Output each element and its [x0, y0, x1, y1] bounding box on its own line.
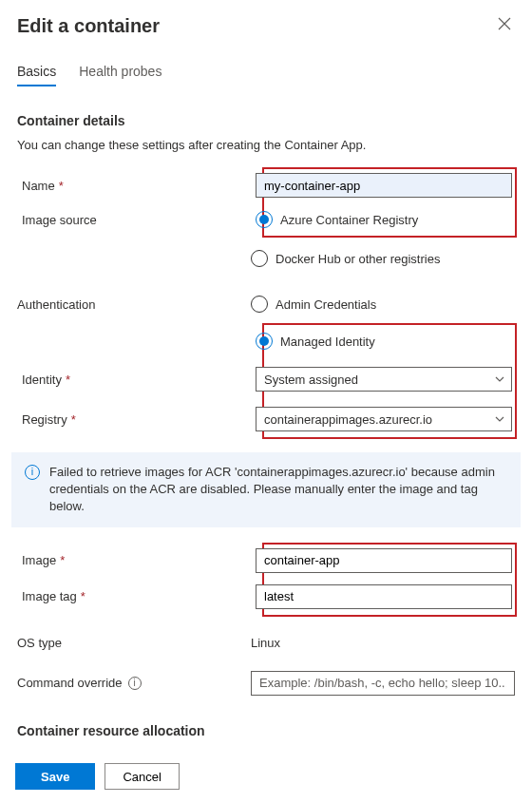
- image-tag-input[interactable]: [256, 584, 512, 609]
- close-button[interactable]: [494, 15, 515, 35]
- radio-icon: [256, 211, 273, 228]
- os-type-value: Linux: [251, 634, 515, 652]
- radio-docker-label: Docker Hub or other registries: [276, 252, 440, 266]
- label-image-source: Image source: [22, 213, 97, 227]
- radio-admin-label: Admin Credentials: [276, 297, 376, 312]
- radio-icon: [251, 250, 268, 267]
- radio-managed-identity[interactable]: Managed Identity: [256, 330, 512, 353]
- registry-select[interactable]: containerappimages.azurecr.io: [256, 407, 512, 431]
- tab-health-probes[interactable]: Health probes: [79, 64, 162, 86]
- label-identity: Identity: [22, 373, 62, 387]
- radio-icon: [256, 333, 273, 350]
- cancel-button[interactable]: Cancel: [104, 763, 179, 790]
- required-indicator: *: [60, 553, 65, 567]
- tab-basics[interactable]: Basics: [17, 64, 56, 86]
- label-os-type: OS type: [17, 636, 62, 650]
- page-title: Edit a container: [17, 15, 160, 37]
- label-image-tag: Image tag: [22, 589, 77, 603]
- label-registry: Registry: [22, 412, 67, 427]
- section-container-details-desc: You can change these settings after crea…: [17, 138, 515, 152]
- image-input[interactable]: [256, 548, 512, 573]
- info-message-text: Failed to retrieve images for ACR 'conta…: [49, 464, 507, 516]
- required-indicator: *: [66, 373, 70, 387]
- info-icon: i: [25, 465, 40, 480]
- name-input[interactable]: [256, 173, 512, 198]
- save-button[interactable]: Save: [15, 763, 95, 790]
- label-authentication: Authentication: [17, 297, 95, 312]
- radio-acr-label: Azure Container Registry: [280, 213, 418, 227]
- label-command-override: Command override: [17, 676, 123, 690]
- radio-managed-label: Managed Identity: [280, 335, 375, 349]
- radio-admin-credentials[interactable]: Admin Credentials: [251, 293, 515, 315]
- radio-acr[interactable]: Azure Container Registry: [256, 208, 512, 231]
- close-icon: [498, 17, 511, 30]
- identity-value: System assigned: [264, 373, 358, 387]
- info-icon[interactable]: i: [128, 677, 142, 690]
- command-override-input[interactable]: [251, 671, 515, 696]
- tabs: Basics Health probes: [17, 64, 515, 86]
- section-container-details: Container details: [17, 113, 515, 128]
- identity-select[interactable]: System assigned: [256, 367, 512, 392]
- registry-value: containerappimages.azurecr.io: [264, 412, 432, 427]
- required-indicator: *: [81, 589, 86, 603]
- chevron-down-icon: [494, 413, 505, 425]
- chevron-down-icon: [494, 373, 505, 385]
- label-name: Name: [22, 179, 55, 193]
- required-indicator: *: [59, 179, 64, 193]
- radio-docker[interactable]: Docker Hub or other registries: [251, 247, 515, 270]
- required-indicator: *: [71, 412, 76, 427]
- radio-icon: [251, 296, 268, 313]
- label-image: Image: [22, 553, 56, 567]
- info-message-box: i Failed to retrieve images for ACR 'con…: [11, 452, 521, 527]
- section-resource-allocation: Container resource allocation: [17, 723, 515, 738]
